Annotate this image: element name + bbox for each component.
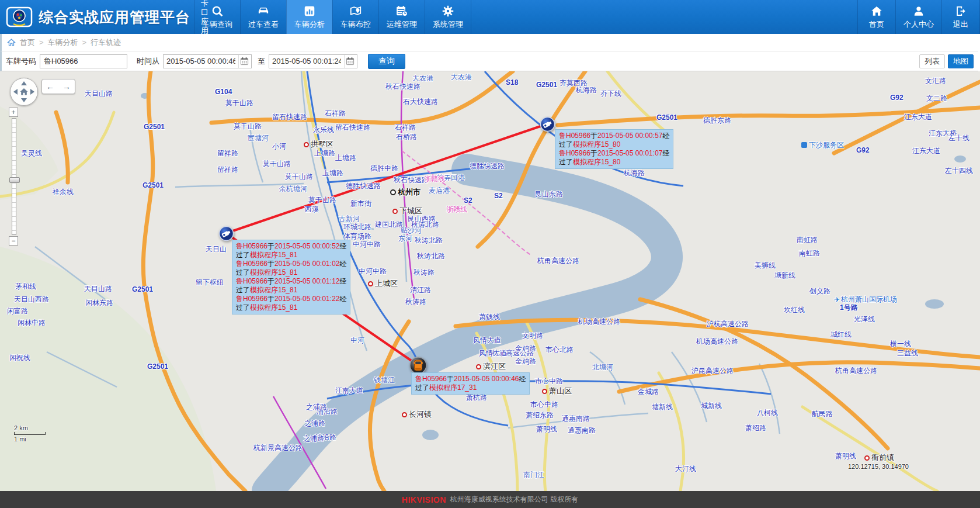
car-icon	[257, 5, 270, 18]
breadcrumb-item[interactable]: 车辆分析	[48, 38, 78, 47]
pan-home-icon[interactable]	[19, 87, 29, 97]
back-arrow-icon[interactable]: ←	[46, 82, 54, 91]
logout-icon	[954, 5, 967, 18]
plate-input[interactable]	[40, 54, 127, 68]
pan-up-icon[interactable]	[21, 81, 27, 85]
breadcrumb-item[interactable]: 行车轨迹	[91, 38, 121, 47]
query-button[interactable]: 查询	[368, 54, 405, 69]
home-icon	[870, 5, 883, 18]
pan-control[interactable]	[10, 78, 38, 106]
nav-系统管理[interactable]: 系统管理	[425, 0, 471, 34]
scale-line	[14, 432, 46, 435]
zoom-track[interactable]	[12, 118, 16, 235]
scale-mi: 1 mi	[14, 436, 46, 443]
nav-label: 运维管理	[387, 19, 417, 30]
pan-left-icon[interactable]	[13, 89, 18, 95]
top-header: 综合实战应用管理平台 卡口应用 车辆查询过车查看车辆分析车辆布控运维管理系统管理…	[0, 0, 980, 34]
map-canvas[interactable]: 天目山路G104莫干山路莫干山路留石快速路石祥路永乐线留石快速路石祥路石桥路石大…	[0, 71, 980, 491]
zoom-slider: + −	[9, 108, 19, 246]
view-toggle: 列表 地图	[919, 54, 974, 68]
gear-icon	[442, 5, 454, 18]
search-icon	[211, 5, 224, 18]
breadcrumb-home-icon[interactable]	[7, 38, 16, 47]
breadcrumb-items: 首页>车辆分析>行车轨迹	[20, 37, 121, 48]
nav-运维管理[interactable]: 运维管理	[378, 0, 425, 34]
pan-right-icon[interactable]	[30, 89, 34, 95]
calendar-icon[interactable]	[238, 55, 251, 68]
usernav-退出[interactable]: 退出	[941, 0, 980, 34]
zoom-knob[interactable]	[9, 177, 20, 183]
nav-label: 车辆查询	[202, 19, 232, 30]
copyright-text: 杭州海康威视系统技术有限公司 版权所有	[450, 495, 578, 504]
footer: HIKVISION 杭州海康威视系统技术有限公司 版权所有	[0, 491, 980, 508]
time-from-label: 时间从	[137, 56, 159, 67]
app-window: 综合实战应用管理平台 卡口应用 车辆查询过车查看车辆分析车辆布控运维管理系统管理…	[0, 0, 980, 508]
pin-icon	[349, 5, 362, 18]
calendar-icon[interactable]	[344, 55, 357, 68]
list-view-button[interactable]: 列表	[919, 54, 945, 68]
hikvision-logo: HIKVISION	[402, 495, 446, 504]
breadcrumb-item[interactable]: 首页	[20, 38, 35, 47]
user-nav: 首页个人中心退出	[857, 0, 980, 34]
user-icon	[912, 5, 925, 18]
plate-label: 车牌号码	[6, 56, 36, 67]
nav-label: 系统管理	[433, 19, 463, 30]
query-toolbar: 车牌号码 时间从 至 查询 列表 地图	[0, 51, 978, 71]
nav-label: 车辆布控	[340, 19, 371, 30]
nav-label: 退出	[953, 19, 968, 30]
nav-label: 个人中心	[903, 19, 934, 30]
usernav-首页[interactable]: 首页	[857, 0, 895, 34]
scale-bar: 2 km 1 mi	[14, 424, 46, 443]
usernav-个人中心[interactable]: 个人中心	[895, 0, 941, 34]
nav-label: 过车查看	[248, 19, 279, 30]
main-nav: 车辆查询过车查看车辆分析车辆布控运维管理系统管理	[194, 0, 857, 34]
map-controls: ← → + − 2 km 1 mi 120.12715, 30.14970	[0, 71, 980, 491]
app-title: 综合实战应用管理平台	[39, 8, 190, 27]
app-logo: 综合实战应用管理平台 卡口应用	[0, 0, 194, 34]
scale-km: 2 km	[14, 424, 46, 431]
nav-label: 首页	[869, 19, 884, 30]
time-to-field	[269, 54, 357, 68]
history-control: ← →	[41, 79, 75, 94]
time-from-field	[163, 54, 252, 68]
nav-车辆查询[interactable]: 车辆查询	[194, 0, 240, 34]
pan-down-icon[interactable]	[21, 98, 27, 102]
cursor-coordinates: 120.12715, 30.14970	[848, 463, 909, 470]
map-view-button[interactable]: 地图	[948, 54, 974, 68]
nav-车辆布控[interactable]: 车辆布控	[332, 0, 378, 34]
app-logo-icon	[6, 6, 33, 28]
time-to-input[interactable]	[269, 56, 344, 67]
zoom-out-button[interactable]: −	[9, 236, 18, 246]
cal-icon	[395, 5, 408, 18]
to-label: 至	[258, 56, 265, 67]
chart-icon	[303, 5, 316, 18]
forward-arrow-icon[interactable]: →	[62, 82, 71, 91]
nav-过车查看[interactable]: 过车查看	[240, 0, 286, 34]
breadcrumb: 首页>车辆分析>行车轨迹	[0, 34, 978, 51]
nav-label: 车辆分析	[294, 19, 325, 30]
nav-车辆分析[interactable]: 车辆分析	[286, 0, 332, 34]
time-from-input[interactable]	[164, 56, 238, 67]
zoom-in-button[interactable]: +	[9, 108, 18, 117]
